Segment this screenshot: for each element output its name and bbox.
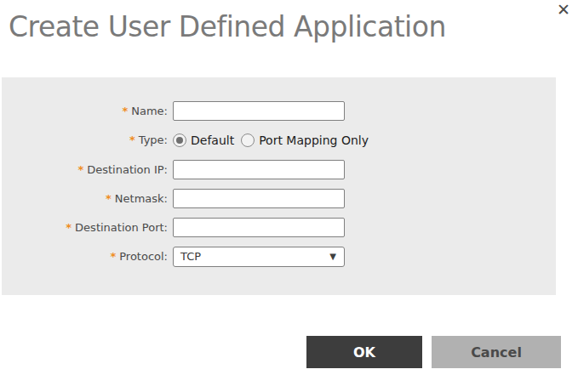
dialog-title: Create User Defined Application	[9, 10, 446, 43]
protocol-selected-value: TCP	[180, 250, 201, 263]
netmask-input[interactable]	[173, 189, 345, 208]
form-panel: *Name: *Type: Default Port Mapping Only	[2, 77, 556, 295]
radio-unselected-icon[interactable]	[241, 134, 255, 147]
required-marker: *	[106, 192, 112, 205]
destination-port-input[interactable]	[173, 218, 345, 237]
name-input[interactable]	[173, 101, 345, 121]
protocol-dropdown[interactable]: TCP ▼	[173, 247, 345, 267]
destination-ip-input[interactable]	[173, 160, 345, 179]
ok-button[interactable]: OK	[306, 336, 422, 368]
form-row-netmask: *Netmask:	[2, 189, 556, 208]
required-marker: *	[66, 221, 72, 234]
form-row-name: *Name:	[2, 101, 556, 121]
form-row-destination-port: *Destination Port:	[2, 218, 556, 237]
type-option-port-mapping-only[interactable]: Port Mapping Only	[241, 134, 369, 147]
type-radio-group: Default Port Mapping Only	[173, 134, 369, 147]
close-icon[interactable]: ✕	[554, 0, 573, 19]
required-marker: *	[110, 250, 116, 263]
radio-selected-icon[interactable]	[173, 134, 186, 147]
protocol-label: *Protocol:	[2, 247, 168, 266]
create-user-defined-application-dialog: ✕ Create User Defined Application *Name:…	[0, 0, 578, 392]
required-marker: *	[122, 105, 128, 117]
chevron-down-icon: ▼	[329, 252, 336, 261]
form-row-type: *Type: Default Port Mapping Only	[2, 130, 556, 150]
required-marker: *	[77, 163, 83, 176]
cancel-button[interactable]: Cancel	[432, 336, 561, 368]
type-option-default-label: Default	[191, 134, 234, 147]
type-option-port-mapping-only-label: Port Mapping Only	[259, 134, 369, 147]
type-option-default[interactable]: Default	[173, 134, 234, 147]
type-label: *Type:	[2, 130, 168, 150]
form-row-protocol: *Protocol: TCP ▼	[2, 247, 556, 266]
netmask-label: *Netmask:	[2, 189, 168, 208]
name-label: *Name:	[2, 101, 168, 121]
form-row-destination-ip: *Destination IP:	[2, 160, 556, 179]
destination-port-label: *Destination Port:	[2, 218, 168, 237]
destination-ip-label: *Destination IP:	[2, 160, 168, 179]
required-marker: *	[129, 134, 135, 146]
